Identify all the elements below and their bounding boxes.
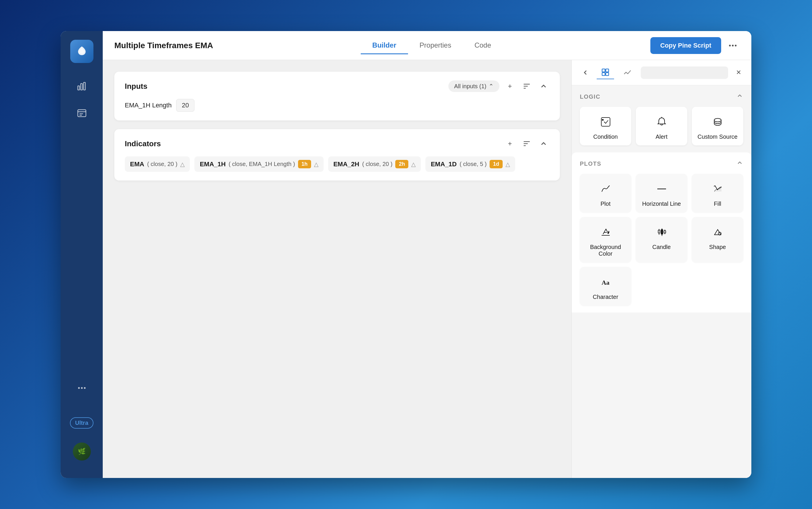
svg-rect-30	[658, 230, 660, 233]
alert-icon-ema: △	[180, 161, 184, 168]
plot-label-horizontal-line: Horizontal Line	[642, 201, 681, 207]
plot-label-fill: Fill	[714, 201, 721, 207]
inputs-sort-button[interactable]	[521, 80, 533, 92]
plot-item-plot[interactable]: Plot	[580, 174, 631, 212]
timeframe-badge-1d: 1d	[489, 160, 503, 168]
tab-properties[interactable]: Properties	[408, 37, 463, 54]
indicators-title: Indicators	[125, 139, 500, 148]
plots-section-toggle[interactable]	[736, 159, 743, 168]
panel-tab-grid[interactable]	[597, 66, 614, 79]
inputs-card-header: Inputs All inputs (1) ⌃ +	[125, 80, 549, 92]
panel-search-input[interactable]	[641, 66, 728, 79]
plot-label-background-color: Background Color	[584, 244, 627, 257]
logic-section: LOGIC	[572, 85, 751, 152]
svg-rect-23	[601, 117, 610, 126]
ultra-badge: Ultra	[70, 417, 94, 429]
more-options-button[interactable]	[726, 39, 740, 53]
plots-section: PLOTS	[572, 152, 751, 312]
svg-rect-1	[81, 83, 82, 90]
avatar[interactable]: 🌿	[73, 443, 91, 461]
plot-item-fill[interactable]: Fill	[692, 174, 743, 212]
custom-source-icon	[710, 114, 726, 130]
svg-point-9	[84, 387, 86, 389]
sidebar-item-more[interactable]	[72, 378, 92, 398]
plot-item-character[interactable]: Aa Character	[580, 267, 631, 306]
svg-point-7	[78, 387, 80, 389]
alert-icon-ema2h: △	[411, 161, 415, 168]
condition-icon	[598, 114, 614, 130]
svg-rect-2	[83, 82, 85, 90]
inputs-card: Inputs All inputs (1) ⌃ +	[114, 72, 560, 121]
plots-grid: Plot Horizontal Line	[580, 174, 743, 306]
alert-icon-ema1d: △	[506, 161, 510, 168]
panel-collapse-button[interactable]	[579, 66, 592, 79]
panel-tab-chart[interactable]	[619, 66, 636, 79]
app-logo[interactable]	[70, 40, 94, 63]
svg-rect-19	[602, 69, 605, 72]
inputs-add-button[interactable]: +	[504, 80, 516, 92]
alert-logic-icon	[653, 114, 670, 130]
logic-section-header: LOGIC	[580, 92, 743, 101]
logic-label-condition: Condition	[593, 134, 618, 140]
right-panel: ✕ LOGIC	[571, 60, 751, 478]
body-area: Inputs All inputs (1) ⌃ +	[103, 60, 751, 478]
plot-icon	[598, 181, 614, 197]
copy-pine-button[interactable]: Copy Pine Script	[650, 37, 721, 54]
indicators-collapse-button[interactable]	[538, 138, 549, 149]
indicators-card-header: Indicators +	[125, 138, 549, 149]
inputs-badge[interactable]: All inputs (1) ⌃	[448, 80, 500, 92]
svg-rect-0	[78, 86, 79, 90]
indicator-ema[interactable]: EMA ( close, 20 ) △	[125, 157, 190, 172]
tab-builder[interactable]: Builder	[361, 37, 408, 54]
plot-label-candle: Candle	[652, 244, 671, 250]
panel-close-button[interactable]: ✕	[733, 67, 744, 78]
sidebar-item-card[interactable]	[72, 103, 92, 123]
indicators-actions: +	[504, 138, 549, 149]
input-item: EMA_1H Length 20	[125, 99, 549, 112]
inputs-collapse-button[interactable]	[538, 80, 549, 92]
timeframe-badge-1h: 1h	[298, 160, 311, 168]
svg-rect-3	[78, 110, 86, 117]
svg-point-12	[735, 45, 737, 46]
character-icon: Aa	[598, 274, 614, 290]
svg-point-24	[602, 119, 603, 121]
page-title: Multiple Timeframes EMA	[114, 41, 213, 50]
svg-text:Aa: Aa	[602, 279, 609, 286]
header: Multiple Timeframes EMA Builder Properti…	[103, 31, 751, 60]
indicator-ema2h[interactable]: EMA_2H ( close, 20 ) 2h △	[328, 157, 421, 172]
svg-rect-21	[602, 73, 605, 75]
plot-item-candle[interactable]: Candle	[636, 217, 687, 262]
indicators-sort-button[interactable]	[521, 138, 533, 149]
logic-item-custom-source[interactable]: Custom Source	[692, 107, 743, 145]
svg-rect-22	[606, 73, 609, 75]
plot-label-character: Character	[593, 294, 618, 300]
plot-label-shape: Shape	[709, 244, 726, 250]
sidebar: Ultra 🌿	[61, 31, 103, 478]
indicators-add-button[interactable]: +	[504, 138, 516, 149]
sidebar-item-chart[interactable]	[72, 76, 92, 97]
indicators-card: Indicators +	[114, 129, 560, 180]
plot-item-background-color[interactable]: Background Color	[580, 217, 631, 262]
alert-icon-ema1h: △	[314, 161, 318, 168]
plot-item-horizontal-line[interactable]: Horizontal Line	[636, 174, 687, 212]
right-panel-body: LOGIC	[572, 85, 751, 478]
inputs-title: Inputs	[125, 82, 444, 91]
header-tabs: Builder Properties Code	[222, 37, 642, 54]
candle-icon	[653, 224, 670, 240]
plot-label-plot: Plot	[601, 201, 610, 207]
logic-item-alert[interactable]: Alert	[636, 107, 687, 145]
plots-section-title: PLOTS	[580, 161, 601, 167]
logic-item-condition[interactable]: Condition	[580, 107, 631, 145]
logic-section-title: LOGIC	[580, 94, 601, 100]
svg-rect-20	[606, 69, 609, 72]
inputs-actions: +	[504, 80, 549, 92]
plot-item-shape[interactable]: Shape	[692, 217, 743, 262]
svg-point-10	[729, 45, 731, 46]
tab-code[interactable]: Code	[463, 37, 503, 54]
indicator-ema1d[interactable]: EMA_1D ( close, 5 ) 1d △	[426, 157, 515, 172]
timeframe-badge-2h: 2h	[395, 160, 408, 168]
plots-section-header: PLOTS	[580, 159, 743, 168]
indicator-ema1h[interactable]: EMA_1H ( close, EMA_1H Length ) 1h △	[195, 157, 323, 172]
right-panel-header: ✕	[572, 60, 751, 85]
logic-section-toggle[interactable]	[736, 92, 743, 101]
